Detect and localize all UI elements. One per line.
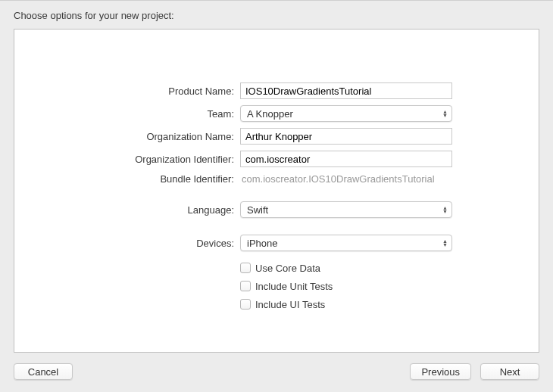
updown-arrows-icon: ▲▼ <box>442 239 448 247</box>
include-unit-tests-label: Include Unit Tests <box>255 281 333 292</box>
bundle-identifier-label: Bundle Identifier: <box>60 173 234 185</box>
include-ui-tests-label: Include UI Tests <box>255 299 325 310</box>
use-core-data-label: Use Core Data <box>255 263 320 274</box>
team-value: A Knopper <box>247 108 293 120</box>
project-options-dialog: Choose options for your new project: Pro… <box>0 0 553 392</box>
bundle-identifier-value: com.ioscreator.IOS10DrawGradientsTutoria… <box>240 173 452 185</box>
next-button[interactable]: Next <box>480 363 539 380</box>
checkbox-icon[interactable] <box>240 281 251 291</box>
use-core-data-row[interactable]: Use Core Data <box>240 260 452 275</box>
team-popup[interactable]: A Knopper ▲▼ <box>240 105 452 122</box>
devices-label: Devices: <box>60 238 234 249</box>
checkbox-group: Use Core Data Include Unit Tests Include… <box>240 260 452 312</box>
cancel-button[interactable]: Cancel <box>14 363 73 380</box>
team-label: Team: <box>60 108 234 120</box>
updown-arrows-icon: ▲▼ <box>442 206 448 213</box>
product-name-field[interactable] <box>240 82 452 99</box>
devices-value: iPhone <box>247 238 277 249</box>
organization-name-label: Organization Name: <box>60 131 234 142</box>
checkbox-icon[interactable] <box>240 263 251 273</box>
product-name-label: Product Name: <box>60 86 234 97</box>
language-popup[interactable]: Swift ▲▼ <box>240 201 452 218</box>
organization-identifier-field[interactable] <box>240 151 452 167</box>
language-value: Swift <box>247 204 268 216</box>
checkbox-icon[interactable] <box>240 299 251 310</box>
dialog-heading: Choose options for your new project: <box>0 1 553 29</box>
content-frame: Product Name: Team: A Knopper ▲▼ Organiz… <box>14 29 539 353</box>
organization-identifier-label: Organization Identifier: <box>60 154 234 165</box>
devices-popup[interactable]: iPhone ▲▼ <box>240 235 452 251</box>
organization-name-field[interactable] <box>240 128 452 145</box>
updown-arrows-icon: ▲▼ <box>442 110 448 117</box>
options-form: Product Name: Team: A Knopper ▲▼ Organiz… <box>60 82 493 312</box>
previous-button[interactable]: Previous <box>410 363 471 380</box>
language-label: Language: <box>60 204 234 216</box>
include-unit-tests-row[interactable]: Include Unit Tests <box>240 278 452 294</box>
include-ui-tests-row[interactable]: Include UI Tests <box>240 297 452 312</box>
dialog-footer: Cancel Previous Next <box>0 353 553 392</box>
